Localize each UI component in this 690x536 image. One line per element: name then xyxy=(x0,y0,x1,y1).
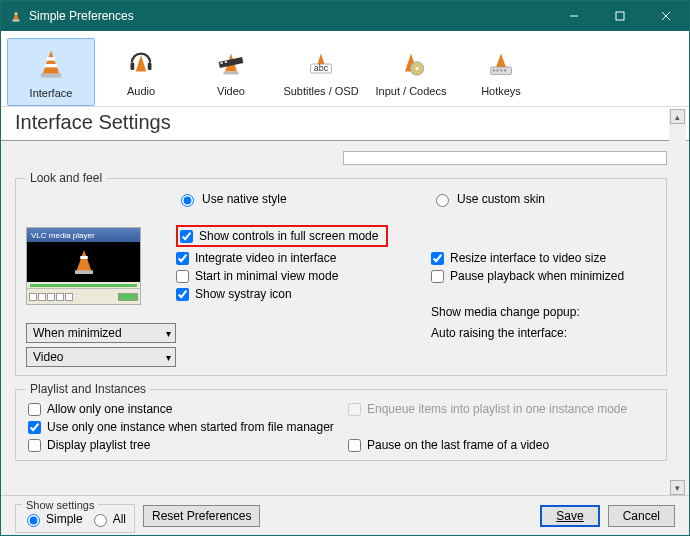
svg-rect-1 xyxy=(13,20,20,22)
dialog-footer: Show settings Simple All Reset Preferenc… xyxy=(1,495,689,535)
close-button[interactable] xyxy=(643,1,689,31)
check-fullscreen-input[interactable] xyxy=(180,230,193,243)
playlist-instances-group: Playlist and Instances Allow only one in… xyxy=(15,382,667,461)
chevron-down-icon: ▾ xyxy=(166,352,171,363)
svg-rect-10 xyxy=(45,64,57,67)
check-pause-minimized[interactable]: Pause playback when minimized xyxy=(431,269,656,283)
radio-all-input[interactable] xyxy=(94,514,107,527)
scroll-up-button[interactable]: ▴ xyxy=(670,109,685,124)
auto-raise-value: Video xyxy=(33,350,63,364)
tab-input[interactable]: Input / Codecs xyxy=(367,38,455,106)
check-minimal-label: Start in minimal view mode xyxy=(195,269,338,283)
tab-hotkeys[interactable]: Hotkeys xyxy=(457,38,545,106)
tab-label: Input / Codecs xyxy=(376,85,447,97)
window-buttons xyxy=(551,1,689,31)
maximize-button[interactable] xyxy=(597,1,643,31)
radio-custom-label: Use custom skin xyxy=(457,192,545,206)
radio-native-label: Use native style xyxy=(202,192,287,206)
svg-rect-15 xyxy=(224,72,239,75)
check-integrate-input[interactable] xyxy=(176,252,189,265)
check-allow-one-input[interactable] xyxy=(28,403,41,416)
svg-rect-8 xyxy=(41,73,61,77)
svg-point-24 xyxy=(416,67,419,70)
radio-native-input[interactable] xyxy=(181,194,194,207)
check-resize-interface[interactable]: Resize interface to video size xyxy=(431,251,656,265)
thumb-video-area xyxy=(27,242,140,282)
chevron-down-icon: ▾ xyxy=(166,328,171,339)
svg-marker-7 xyxy=(43,50,60,74)
tab-label: Interface xyxy=(30,87,73,99)
check-display-tree-input[interactable] xyxy=(28,439,41,452)
titlebar: Simple Preferences xyxy=(1,1,689,31)
svg-rect-28 xyxy=(497,69,499,71)
auto-raise-combo[interactable]: Video ▾ xyxy=(26,347,176,367)
media-popup-combo[interactable]: When minimized ▾ xyxy=(26,323,176,343)
group-legend: Playlist and Instances xyxy=(26,382,150,396)
check-one-fm-label: Use only one instance when started from … xyxy=(47,420,334,434)
save-button[interactable]: Save xyxy=(540,505,599,527)
svg-rect-33 xyxy=(80,256,88,259)
svg-rect-12 xyxy=(131,63,135,71)
tab-interface[interactable]: Interface xyxy=(7,38,95,106)
check-pause-last-frame[interactable]: Pause on the last frame of a video xyxy=(348,438,656,452)
show-settings-group: Show settings Simple All xyxy=(15,499,135,533)
group-legend: Look and feel xyxy=(26,171,106,185)
film-cone-icon xyxy=(216,49,246,82)
check-allow-one-instance[interactable]: Allow only one instance xyxy=(28,402,308,416)
look-and-feel-group: Look and feel Use native style Use custo… xyxy=(15,171,667,376)
reset-preferences-button[interactable]: Reset Preferences xyxy=(143,505,260,527)
radio-custom-input[interactable] xyxy=(436,194,449,207)
tab-label: Video xyxy=(217,85,245,97)
radio-all[interactable]: All xyxy=(89,511,126,527)
media-popup-value: When minimized xyxy=(33,326,122,340)
check-pause-min-label: Pause playback when minimized xyxy=(450,269,624,283)
tab-label: Audio xyxy=(127,85,155,97)
tab-audio[interactable]: Audio xyxy=(97,38,185,106)
cancel-label: Cancel xyxy=(623,509,660,523)
check-resize-input[interactable] xyxy=(431,252,444,265)
preview-thumbnail: VLC media player xyxy=(26,227,141,305)
check-systray[interactable]: Show systray icon xyxy=(176,287,431,301)
check-pause-last-input[interactable] xyxy=(348,439,361,452)
check-display-tree[interactable]: Display playlist tree xyxy=(28,438,308,452)
check-resize-label: Resize interface to video size xyxy=(450,251,606,265)
check-one-fm-input[interactable] xyxy=(28,421,41,434)
svg-rect-13 xyxy=(148,63,152,71)
check-one-instance-fm[interactable]: Use only one instance when started from … xyxy=(28,420,656,434)
scroll-down-button[interactable]: ▾ xyxy=(670,480,685,495)
check-systray-input[interactable] xyxy=(176,288,189,301)
cone-icon xyxy=(34,47,68,84)
svg-marker-11 xyxy=(136,55,147,72)
radio-simple-input[interactable] xyxy=(27,514,40,527)
truncated-prev-group xyxy=(15,151,667,165)
check-integrate-video[interactable]: Integrate video in interface xyxy=(176,251,431,265)
show-settings-legend: Show settings xyxy=(22,499,98,511)
svg-rect-2 xyxy=(15,13,18,14)
app-icon xyxy=(9,9,23,23)
tab-video[interactable]: Video xyxy=(187,38,275,106)
check-fullscreen-label: Show controls in full screen mode xyxy=(199,229,378,243)
check-pause-min-input[interactable] xyxy=(431,270,444,283)
settings-body: Look and feel Use native style Use custo… xyxy=(1,141,689,495)
check-minimal-view[interactable]: Start in minimal view mode xyxy=(176,269,431,283)
check-minimal-input[interactable] xyxy=(176,270,189,283)
tab-subtitles[interactable]: abc Subtitles / OSD xyxy=(277,38,365,106)
radio-custom-skin[interactable]: Use custom skin xyxy=(431,191,545,207)
scroll-track[interactable] xyxy=(670,124,685,480)
radio-native-style[interactable]: Use native style xyxy=(176,191,287,207)
highlight-box: Show controls in full screen mode xyxy=(176,225,388,247)
tab-label: Subtitles / OSD xyxy=(283,85,358,97)
tab-label: Hotkeys xyxy=(481,85,521,97)
headphone-cone-icon xyxy=(126,49,156,82)
minimize-button[interactable] xyxy=(551,1,597,31)
svg-rect-32 xyxy=(75,270,93,274)
cancel-button[interactable]: Cancel xyxy=(608,505,675,527)
save-label: Save xyxy=(556,509,583,523)
svg-marker-31 xyxy=(76,250,91,271)
svg-rect-9 xyxy=(47,57,56,60)
check-enqueue-items: Enqueue items into playlist in one insta… xyxy=(348,402,656,416)
check-fullscreen-controls[interactable]: Show controls in full screen mode xyxy=(180,229,378,243)
truncated-field[interactable] xyxy=(343,151,667,165)
vertical-scrollbar[interactable]: ▴ ▾ xyxy=(669,109,686,495)
radio-simple[interactable]: Simple xyxy=(22,511,83,527)
